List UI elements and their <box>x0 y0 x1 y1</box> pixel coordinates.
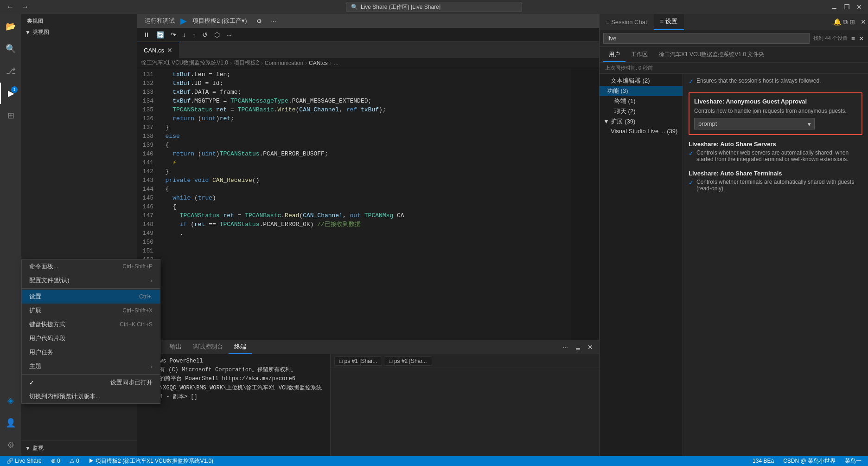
setting2-select[interactable]: prompt accept reject <box>694 118 815 129</box>
toolbar-more[interactable]: ··· <box>224 30 234 39</box>
titlebar-nav: ← → <box>4 2 32 12</box>
tab-debug-console[interactable]: 调试控制台 <box>187 341 229 354</box>
menu-more[interactable]: ··· <box>268 17 280 26</box>
status-branch[interactable]: 菜鸟一 <box>842 457 864 465</box>
toolbar-stepover[interactable]: ↷ <box>168 30 179 39</box>
terminal-tab-1[interactable]: □ ps #1 [Shar... <box>334 356 382 366</box>
restore-button[interactable]: ❐ <box>842 2 852 12</box>
bottom-close-btn[interactable]: ✕ <box>585 343 595 352</box>
sidebar-section-leijushitu[interactable]: ▼ 类视图 <box>21 26 137 38</box>
tab-cancs-close[interactable]: ✕ <box>167 46 172 54</box>
menu-keybindings[interactable]: 键盘快捷方式 Ctrl+K Ctrl+S <box>22 317 160 331</box>
bottom-panel-tabs: 问题 输出 调试控制台 终端 ··· 🗕 ✕ <box>137 340 599 354</box>
tree-features[interactable]: 功能 (3) <box>600 86 683 96</box>
tree-terminal[interactable]: 终端 (1) <box>600 96 683 106</box>
menu-theme-arrow: › <box>151 363 153 370</box>
panel-right-btns: 🔔 ⧉ ⊞ <box>833 18 859 26</box>
panel-close-btn[interactable]: ✕ <box>859 17 868 26</box>
status-errors[interactable]: ⊗ 0 <box>48 458 63 464</box>
status-liveshare[interactable]: 🔗 Live Share <box>4 458 45 464</box>
sidebar-section-monitor[interactable]: ▼ 监视 <box>21 442 137 454</box>
status-warnings[interactable]: ⚠ 0 <box>67 458 82 464</box>
panel-split-btn[interactable]: ⊞ <box>849 18 855 26</box>
settings-tab-user[interactable]: 用户 <box>603 49 625 62</box>
bottom-panel: 问题 输出 调试控制台 终端 ··· 🗕 ✕ Windows PowerShel… <box>137 340 599 456</box>
breadcrumb-sep3: › <box>305 60 307 66</box>
menu-sync-label: 设置同步已打开 <box>110 378 153 387</box>
menu-extensions[interactable]: 扩展 Ctrl+Shift+X <box>22 304 160 317</box>
settings-clear-btn[interactable]: ✕ <box>859 35 864 42</box>
menu-command-palette[interactable]: 命令面板... Ctrl+Shift+P <box>22 259 160 273</box>
activity-explorer[interactable]: 📂 <box>0 16 21 37</box>
close-button[interactable]: ✕ <box>854 2 864 12</box>
settings-sync-info: 上次同步时间: 0 秒前 <box>600 63 868 74</box>
status-csdn[interactable]: CSDN @ 菜鸟小世界 <box>780 457 838 465</box>
toolbar-stepout[interactable]: ↑ <box>190 30 198 39</box>
toolbar-reload[interactable]: 🔄 <box>154 30 166 39</box>
breadcrumb-part2[interactable]: 项目模板2 <box>234 59 259 67</box>
settings-search-input[interactable] <box>603 33 810 44</box>
breadcrumb-part1[interactable]: 徐工汽车X1 VCU数据监控系统V1.0 <box>141 59 228 67</box>
menu-profiles-label: 配置文件(默认) <box>29 276 70 285</box>
panel-mute-btn[interactable]: 🔔 <box>833 18 841 26</box>
terminal-tab-2[interactable]: □ ps #2 [Shar... <box>384 356 432 366</box>
activity-git[interactable]: ⎇ <box>0 60 21 82</box>
menu-sync[interactable]: ✓ 设置同步已打开 <box>22 375 160 389</box>
forward-button[interactable]: → <box>19 2 32 12</box>
menu-profiles[interactable]: 配置文件(默认) › <box>22 273 160 287</box>
titlebar-search[interactable]: 🔍 Live Share (工作区) [Live Share] <box>346 2 522 12</box>
menu-insider[interactable]: 切换到内部预览计划版本... <box>22 389 160 403</box>
bottom-minimize-btn[interactable]: 🗕 <box>572 343 583 352</box>
minimize-button[interactable]: 🗕 <box>829 2 840 12</box>
menu-tasks[interactable]: 用户任务 <box>22 345 160 359</box>
tab-session-chat[interactable]: ≡ Session Chat <box>600 14 654 30</box>
tab-terminal[interactable]: 终端 <box>229 341 252 354</box>
toolbar-pause[interactable]: ⏸ <box>141 30 152 39</box>
debug-run-icon[interactable]: ▶ <box>180 16 187 26</box>
terminal-content[interactable]: Windows PowerShell 版权所有 (C) Microsoft Co… <box>137 354 330 456</box>
tab-output[interactable]: 输出 <box>164 341 187 354</box>
activity-bar: 📂 🔍 ⎇ ▶ ⊞ ◈ 👤 ⚙ <box>0 14 21 456</box>
tree-text-editor[interactable]: 文本编辑器 (2) <box>600 76 683 86</box>
tab-cancs[interactable]: CAN.cs ✕ <box>137 42 179 58</box>
settings-search-bar: 找到 44 个设置 ≡ ✕ <box>600 30 868 47</box>
menu-snippets[interactable]: 用户代码片段 <box>22 331 160 345</box>
settings-tab-workspace[interactable]: 工作区 <box>625 49 653 62</box>
menu-settings-icon[interactable]: ⚙ <box>253 17 266 26</box>
code-content[interactable]: txBuf.Len = len; txBuf.ID = Id; txBuf.DA… <box>158 68 571 340</box>
toolbar-stop[interactable]: ⬡ <box>212 30 222 39</box>
breadcrumb-part4[interactable]: CAN.cs <box>309 60 328 66</box>
activity-liveshare[interactable]: ◈ <box>0 390 21 411</box>
menu-project[interactable]: 项目模板2 (徐工产▾) <box>189 16 251 26</box>
panel-popout-btn[interactable]: ⧉ <box>843 18 848 26</box>
menu-theme-label: 主题 <box>29 362 41 370</box>
toolbar-restart[interactable]: ↺ <box>200 30 210 39</box>
status-bar-left: 🔗 Live Share ⊗ 0 ⚠ 0 ▶ 项目模板2 (徐工汽车X1 VCU… <box>4 457 216 465</box>
settings-filter-btn[interactable]: ≡ <box>851 35 855 42</box>
toolbar-stepin[interactable]: ↓ <box>180 30 188 39</box>
settings-tab-folder[interactable]: 徐工汽车X1 VCU数据监控系统V1.0 文件夹 <box>653 49 770 62</box>
status-bottom-right[interactable]: 134 BEa <box>750 458 777 464</box>
breadcrumb-part3[interactable]: Communication <box>265 60 303 66</box>
tab-settings[interactable]: ≡ 设置 <box>654 14 684 30</box>
context-menu: 命令面板... Ctrl+Shift+P 配置文件(默认) › 设置 Ctrl+… <box>21 259 160 404</box>
activity-account[interactable]: 👤 <box>0 412 21 434</box>
menu-insider-label: 切换到内部预览计划版本... <box>29 392 101 401</box>
tree-extensions[interactable]: ▼ 扩展 (39) <box>600 116 683 127</box>
menu-run-debug[interactable]: 运行和调试 <box>141 16 179 26</box>
breadcrumb-part5[interactable]: … <box>333 60 339 66</box>
bottom-more-btn[interactable]: ··· <box>560 343 570 352</box>
menu-settings[interactable]: 设置 Ctrl+, <box>22 290 160 304</box>
activity-search[interactable]: 🔍 <box>0 38 21 59</box>
tree-chat[interactable]: 聊天 (2) <box>600 106 683 116</box>
activity-debug[interactable]: ▶ <box>0 83 21 104</box>
menu-theme[interactable]: 主题 › <box>22 359 160 373</box>
back-button[interactable]: ← <box>4 2 17 12</box>
setting-always-follow-host: ✓ Ensures that the session's host is alw… <box>689 78 862 85</box>
menu-profiles-arrow: › <box>151 277 153 284</box>
activity-extensions[interactable]: ⊞ <box>0 105 21 126</box>
status-project[interactable]: ▶ 项目模板2 (徐工汽车X1 VCU数据监控系统V1.0) <box>86 457 216 465</box>
tree-vslive[interactable]: Visual Studio Live ... (39) <box>600 127 683 136</box>
breadcrumb-sep4: › <box>330 60 332 66</box>
activity-settings[interactable]: ⚙ <box>0 434 21 456</box>
